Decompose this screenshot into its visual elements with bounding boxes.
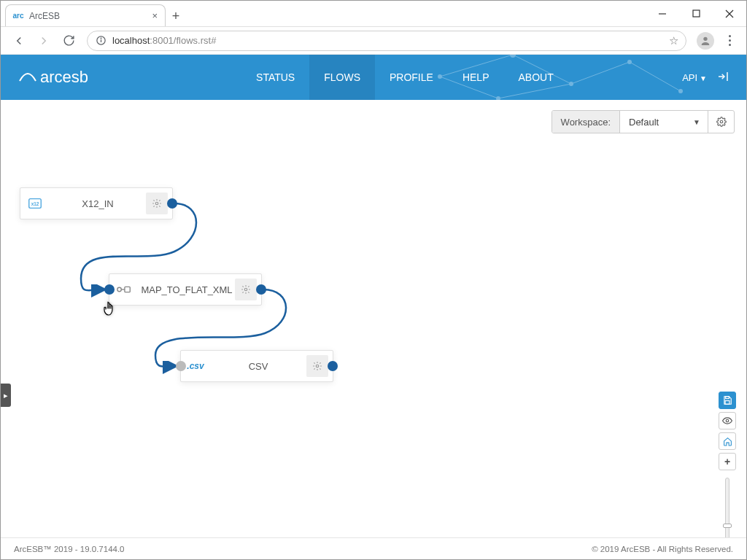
app-footer: ArcESB™ 2019 - 19.0.7144.0 © 2019 ArcESB…: [1, 537, 746, 559]
flow-node-csv[interactable]: .csv CSV: [180, 350, 333, 382]
output-port[interactable]: [328, 361, 338, 371]
svg-line-10: [571, 62, 630, 84]
node-settings-button[interactable]: [306, 355, 328, 377]
browser-tab[interactable]: arc ArcESB ×: [5, 4, 166, 26]
url-input[interactable]: localhost:8001/flows.rst# ☆: [87, 31, 686, 51]
url-text: localhost:8001/flows.rst#: [112, 35, 216, 46]
favicon-icon: arc: [13, 11, 23, 21]
svg-point-6: [101, 38, 101, 39]
svg-point-27: [244, 288, 247, 291]
zoom-in-button[interactable]: +: [719, 453, 736, 470]
home-button[interactable]: [719, 432, 736, 450]
site-info-icon[interactable]: [95, 35, 107, 46]
node-label: CSV: [210, 361, 306, 372]
svg-rect-1: [693, 10, 700, 17]
close-tab-icon[interactable]: ×: [152, 10, 158, 21]
reload-button[interactable]: [58, 30, 80, 52]
svg-text:x12: x12: [31, 201, 39, 206]
app-logo[interactable]: arcesb: [18, 68, 88, 87]
svg-rect-29: [726, 397, 729, 399]
svg-point-23: [155, 202, 158, 205]
output-port[interactable]: [256, 284, 266, 295]
node-settings-button[interactable]: [146, 192, 168, 214]
save-button[interactable]: [719, 392, 736, 409]
svg-point-16: [569, 82, 573, 86]
nav-profile[interactable]: PROFILE: [375, 55, 448, 100]
nav-flows[interactable]: FLOWS: [309, 55, 375, 100]
minimize-button[interactable]: [646, 1, 679, 27]
nav-about[interactable]: ABOUT: [503, 55, 568, 100]
preview-button[interactable]: [719, 412, 736, 429]
back-button[interactable]: [8, 30, 30, 52]
copyright-text: © 2019 ArcESB - All Rights Reserved.: [592, 545, 733, 553]
tab-strip: arc ArcESB × +: [1, 1, 186, 26]
svg-point-17: [627, 60, 632, 64]
input-port[interactable]: [176, 361, 186, 371]
zoom-slider[interactable]: [725, 478, 729, 537]
flow-node-map-to-flat-xml[interactable]: MAP_TO_FLAT_XML: [109, 273, 262, 306]
node-label: MAP_TO_FLAT_XML: [139, 284, 235, 295]
app-header: arcesb STATUS FLOWS PROFILE HELP ABOUT A…: [1, 55, 746, 100]
logo-text: arcesb: [40, 68, 88, 87]
main-nav: STATUS FLOWS PROFILE HELP ABOUT: [241, 55, 568, 100]
header-right: API▼: [682, 71, 729, 85]
flow-connections: [1, 100, 746, 537]
svg-rect-30: [725, 401, 729, 405]
node-label: X12_IN: [50, 198, 146, 209]
tab-title: ArcESB: [29, 11, 60, 21]
version-text: ArcESB™ 2019 - 19.0.7144.0: [14, 545, 125, 553]
bookmark-icon[interactable]: ☆: [669, 34, 678, 47]
svg-rect-25: [125, 287, 130, 292]
window-controls: [646, 1, 746, 26]
profile-avatar-button[interactable]: [697, 32, 714, 50]
output-port[interactable]: [167, 198, 177, 209]
svg-line-11: [630, 62, 681, 91]
sidebar-toggle[interactable]: ▸: [1, 384, 11, 407]
input-port[interactable]: [104, 284, 115, 295]
logout-icon[interactable]: [717, 71, 729, 85]
flow-canvas-container: Workspace: Default ▼: [1, 100, 746, 537]
svg-point-28: [316, 365, 319, 368]
canvas-toolbar: + −: [719, 392, 736, 537]
browser-window: arc ArcESB × +: [0, 0, 747, 560]
svg-point-18: [678, 89, 683, 93]
browser-menu-button[interactable]: [720, 35, 739, 46]
close-window-button[interactable]: [713, 1, 746, 27]
x12-icon: x12: [20, 195, 50, 211]
browser-address-bar: localhost:8001/flows.rst# ☆: [1, 27, 746, 55]
maximize-button[interactable]: [679, 1, 713, 27]
nav-status[interactable]: STATUS: [241, 55, 309, 100]
svg-point-7: [703, 36, 707, 40]
svg-point-24: [117, 287, 122, 292]
flow-node-x12-in[interactable]: x12 X12_IN: [20, 187, 173, 219]
flow-canvas[interactable]: x12 X12_IN MAP_TO_FLAT_XML: [1, 100, 746, 537]
forward-button[interactable]: [33, 30, 55, 52]
api-menu[interactable]: API▼: [682, 72, 707, 83]
zoom-thumb[interactable]: [723, 524, 732, 528]
node-settings-button[interactable]: [235, 279, 257, 300]
browser-titlebar: arc ArcESB × +: [1, 1, 746, 27]
svg-point-31: [726, 419, 729, 422]
new-tab-button[interactable]: +: [166, 6, 186, 26]
nav-help[interactable]: HELP: [448, 55, 504, 100]
